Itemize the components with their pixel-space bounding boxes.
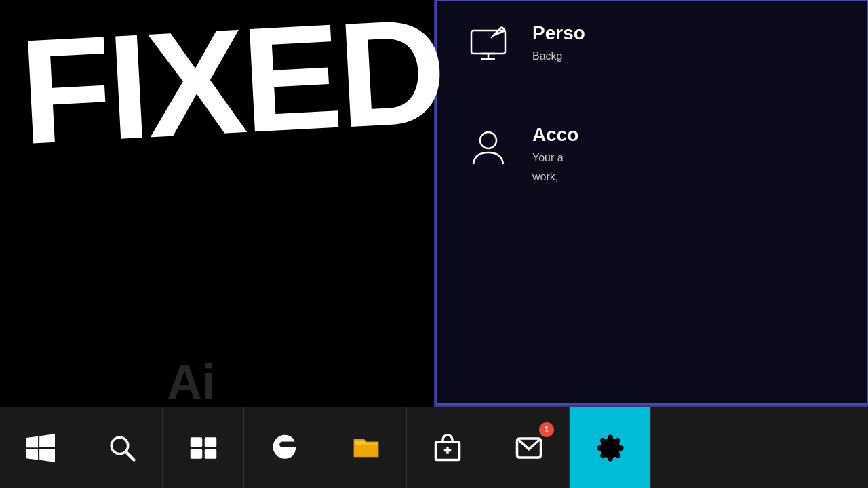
svg-rect-0 [471,30,505,54]
personalization-title: Perso [532,22,585,45]
accounts-title: Acco [532,123,578,146]
search-button[interactable] [81,407,163,489]
task-view-icon [189,434,218,462]
svg-rect-15 [354,444,378,456]
start-button[interactable] [0,407,81,489]
main-area: FIXED [0,0,868,407]
search-icon [108,434,136,462]
ai-overlay-text: Ai [167,358,216,407]
settings-panel: Perso Backg Acco Your a work [434,0,868,407]
edge-icon [271,434,299,462]
svg-rect-13 [190,449,202,458]
store-button[interactable] [407,407,488,489]
settings-inner: Perso Backg Acco Your a work [436,0,868,405]
store-icon [433,434,462,462]
svg-line-10 [126,452,134,460]
task-view-button[interactable] [163,407,244,489]
svg-rect-12 [204,437,216,447]
edge-button[interactable] [244,407,326,489]
windows-icon [26,434,55,462]
svg-point-8 [480,132,496,148]
fixed-title: FIXED [17,0,447,167]
settings-accounts-item[interactable]: Acco Your a work, [437,103,867,205]
accounts-text: Acco Your a work, [532,123,578,184]
explorer-button[interactable] [326,407,407,489]
settings-icon [596,434,625,462]
mail-badge: 1 [539,422,554,437]
explorer-icon [352,434,380,462]
settings-personalization-item[interactable]: Perso Backg [437,1,867,89]
svg-rect-14 [204,449,216,458]
mail-button[interactable]: 1 [488,407,570,489]
accounts-icon [465,123,512,171]
svg-line-7 [491,35,494,38]
svg-rect-11 [190,437,202,447]
personalization-subtitle: Backg [532,49,585,64]
personalization-text: Perso Backg [532,22,585,64]
personalization-icon [465,22,512,69]
settings-button[interactable] [570,407,651,489]
accounts-subtitle-line1: Your a [532,150,578,165]
mail-icon [515,434,543,462]
accounts-subtitle-line2: work, [532,169,578,184]
taskbar: 1 [0,407,868,488]
